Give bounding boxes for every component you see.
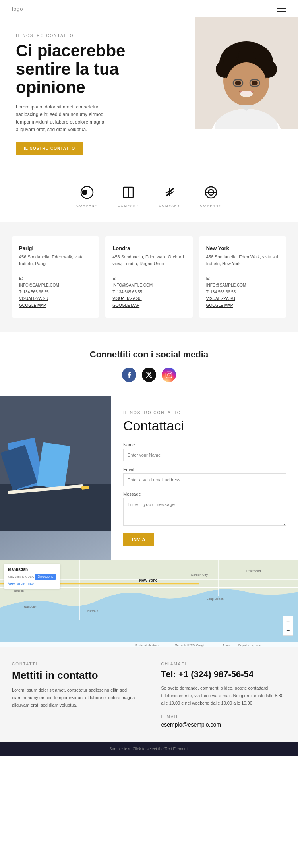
header: logo [0,0,298,17]
hero-description: Lorem ipsum dolor sit amet, consetetur s… [16,103,111,134]
menu-button[interactable] [277,6,286,12]
office-city-paris: Parigi [19,245,92,251]
company-name-3: COMPANY [159,204,180,207]
office-card-newyork: New York 456 Sondanella, Eden Walk, vist… [199,236,286,318]
logo: logo [12,6,23,12]
svg-text:Garden City: Garden City [191,573,208,577]
svg-point-15 [252,81,258,85]
email-address: esempio@esempio.com [161,721,286,728]
map-address: New York, NY, USA [8,575,34,579]
company-name-2: COMPANY [118,204,139,207]
office-card-london: Londra 456 Sondanella, Eden walk, Orchar… [105,236,192,318]
hero-portrait-svg [195,17,298,129]
phone-number: Tel: +1 (324) 987-56-54 [161,669,286,680]
contact-left-bg [0,396,111,560]
email-field-group: Email [123,467,286,486]
phone-label: T: [112,290,117,294]
office-email-paris: INFO@SAMPLE.COM [19,283,59,287]
logo-item-3: COMPANY [159,185,180,207]
map-zoom-controls: + − [283,616,293,636]
office-city-london: Londra [112,245,185,251]
hero-cta-button[interactable]: IL NOSTRO CONTATTO [16,142,83,155]
bottom-left-title: Mettiti in contatto [12,669,137,682]
office-email-newyork: INFO@SAMPLE.COM [206,283,246,287]
contact-title: Contattaci [123,418,286,434]
map-directions-button[interactable]: Directions [35,574,56,580]
phone-label: T: [19,290,23,294]
office-contact-paris: E: INFO@SAMPLE.COM T: 134 565 66 55 VISU… [19,275,92,309]
map-section: New York Yonkers Teaneck Garden City Lon… [0,560,298,647]
contact-form-section: IL NOSTRO CONTATTO Contattaci Name Email… [0,396,298,560]
svg-text:Map data ©2024 Google: Map data ©2024 Google [175,644,205,647]
svg-point-30 [168,374,170,376]
social-title: Connettiti con i social media [12,349,286,360]
social-icons [12,368,286,382]
x-twitter-icon[interactable] [142,368,156,382]
map-zoom-out[interactable]: − [283,626,293,635]
logos-section: COMPANY COMPANY COMPANY COMPANY [0,170,298,222]
hero-label: IL NOSTRO CONTATTO [16,33,183,38]
office-phone-paris: 134 565 66 55 [23,290,49,294]
office-contact-london: E: INFO@SAMPLE.COM T: 134 565 66 55 VISU… [112,275,185,309]
company-name-1: COMPANY [76,204,98,207]
company-logo-4 [204,185,218,202]
svg-point-31 [170,373,171,374]
hero-content: IL NOSTRO CONTATTO Ci piacerebbe sentire… [0,17,195,170]
bottom-left-label: CONTATTI [12,662,137,666]
map-zoom-in[interactable]: + [283,616,293,626]
office-phone-london: 134 565 66 55 [117,290,142,294]
bottom-right-panel: CHIAMACI Tel: +1 (324) 987-56-54 Se avet… [149,662,286,728]
contact-form: IL NOSTRO CONTATTO Contattaci Name Email… [111,396,298,560]
logo-item-4: COMPANY [200,185,222,207]
office-contact-newyork: E: INFO@SAMPLE.COM T: 134 565 66 55 VISU… [206,275,279,309]
office-address-london: 456 Sondanella, Eden walk, Orchard view,… [112,254,185,267]
svg-text:Terms: Terms [223,644,230,647]
svg-rect-29 [166,372,172,378]
office-map-link-london[interactable]: VISUALIZZA SUGOOGLE MAP [112,295,185,309]
facebook-icon[interactable] [122,368,136,382]
map-location: Manhattan [8,567,56,572]
svg-point-9 [238,47,254,63]
office-scene-svg [0,396,111,531]
svg-point-14 [235,81,241,85]
email-label: E: [206,276,210,281]
office-email-london: INFO@SAMPLE.COM [112,283,153,287]
bottom-left-panel: CONTATTI Mettiti in contatto Lorem ipsum… [12,662,149,709]
message-label: Message [123,492,286,496]
call-description: Se avete domande, commenti o idee, potet… [161,684,286,707]
office-card-paris: Parigi 456 Sondanella, Eden walk, vista … [12,236,99,318]
office-phone-newyork: 134 565 66 55 [210,290,236,294]
hero-title: Ci piacerebbe sentire la tua opinione [16,42,183,97]
office-map-link-paris[interactable]: VISUALIZZA SUGOOGLE MAP [19,295,92,309]
message-input[interactable] [123,498,286,526]
office-city-newyork: New York [206,245,279,251]
office-address-paris: 456 Sondanella, Eden walk, vista fruttet… [19,254,92,267]
svg-text:New York: New York [139,578,157,583]
send-button[interactable]: INVIA [123,533,154,546]
footer-text: Sample text. Click to select the Text El… [12,747,286,751]
office-map-link-newyork[interactable]: VISUALIZZA SUGOOGLE MAP [206,295,279,309]
email-input[interactable] [123,473,286,486]
svg-text:Long Beach: Long Beach [207,597,224,601]
svg-point-16 [240,91,253,97]
footer: Sample text. Click to select the Text El… [0,742,298,756]
svg-text:Riverhead: Riverhead [246,569,261,573]
map-view-link[interactable]: View larger map [8,581,56,585]
logo-item-2: COMPANY [118,185,139,207]
bottom-right-label: CHIAMACI [161,662,286,666]
phone-label: T: [206,290,211,294]
office-address-newyork: 456 Sondanella, Eden Walk, vista sul fru… [206,254,279,267]
svg-text:Randolph: Randolph [24,605,37,608]
name-input[interactable] [123,449,286,461]
svg-text:Keyboard shortcuts: Keyboard shortcuts [135,644,159,647]
instagram-icon[interactable] [162,368,176,382]
bottom-info-section: CONTATTI Mettiti in contatto Lorem ipsum… [0,647,298,742]
hero-image [195,17,298,170]
svg-text:Newark: Newark [87,609,99,612]
offices-section: Parigi 456 Sondanella, Eden walk, vista … [0,222,298,332]
company-logo-2 [121,185,135,202]
hero-section: IL NOSTRO CONTATTO Ci piacerebbe sentire… [0,17,298,170]
company-logo-1 [80,185,94,202]
name-label: Name [123,442,286,447]
message-field-group: Message [123,492,286,527]
